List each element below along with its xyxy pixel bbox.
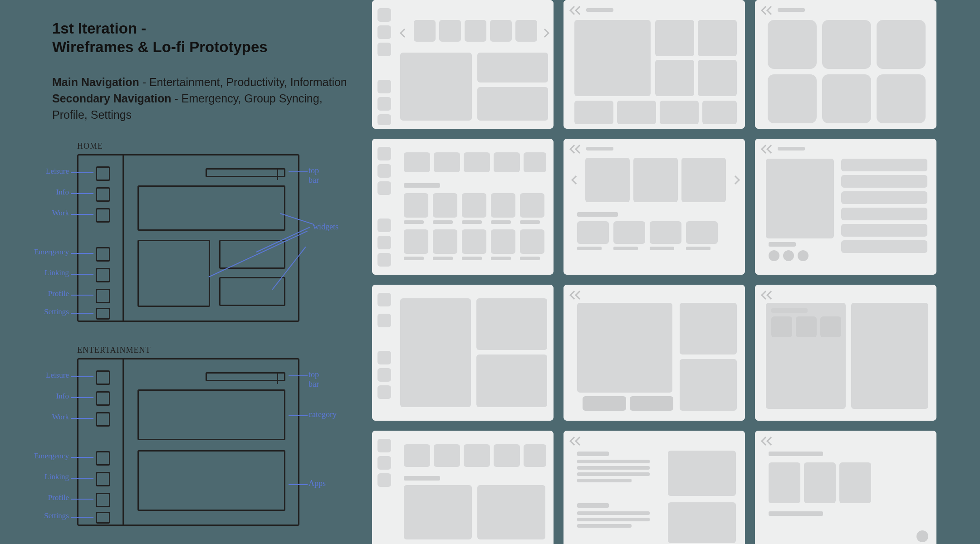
anno-topbar: top bar bbox=[309, 370, 319, 389]
anno-emergency: Emergency bbox=[24, 248, 69, 257]
heading-block: 1st Iteration - Wireframes & Lo-fi Proto… bbox=[52, 19, 361, 123]
sk-item-info bbox=[96, 187, 110, 202]
anno-work: Work bbox=[33, 209, 69, 218]
sketch-frame bbox=[77, 154, 299, 322]
sk-hero-widget bbox=[137, 185, 285, 231]
anno-settings: Settings bbox=[33, 511, 69, 520]
anno-info: Info bbox=[33, 188, 69, 197]
nav-description: Main Navigation - Entertainment, Product… bbox=[52, 74, 361, 123]
sk-topbar bbox=[206, 168, 285, 177]
sk-topbar bbox=[206, 372, 285, 381]
anno-emergency: Emergency bbox=[24, 452, 69, 461]
wf-grid-1 bbox=[564, 0, 745, 129]
sketch-frame bbox=[77, 358, 299, 526]
anno-profile: Profile bbox=[33, 289, 69, 298]
wf-dashboard bbox=[372, 285, 554, 421]
sk-item-work bbox=[96, 208, 110, 223]
sk-item-settings bbox=[96, 512, 110, 524]
anno-category: category bbox=[309, 410, 337, 419]
anno-work: Work bbox=[33, 413, 69, 422]
main-nav-items: - Entertainment, Productivity, Informati… bbox=[139, 76, 347, 88]
sketch-home: HOME Leisure Info Work Emergency Linking… bbox=[77, 154, 299, 322]
wf-carousel bbox=[564, 139, 745, 275]
wf-home-1 bbox=[372, 0, 554, 129]
wf-article bbox=[755, 285, 936, 421]
wf-gallery bbox=[755, 431, 936, 544]
wf-detail bbox=[755, 139, 936, 275]
anno-linking: Linking bbox=[33, 472, 69, 481]
secondary-nav-label: Secondary Navigation bbox=[52, 92, 172, 105]
main-nav-label: Main Navigation bbox=[52, 76, 139, 88]
sk-widget-small-b bbox=[219, 277, 285, 306]
sk-item-emergency bbox=[96, 451, 110, 466]
anno-leisure: Leisure bbox=[33, 371, 69, 380]
anno-info: Info bbox=[33, 392, 69, 401]
anno-linking: Linking bbox=[33, 268, 69, 277]
sk-item-profile bbox=[96, 493, 110, 507]
sk-apps bbox=[137, 450, 285, 511]
sketch-entertainment: ENTERTAINMENT Leisure Info Work Emergenc… bbox=[77, 358, 299, 526]
sk-item-linking bbox=[96, 268, 110, 282]
anno-apps: Apps bbox=[309, 479, 326, 488]
wf-player bbox=[564, 285, 745, 421]
sk-widget-big bbox=[137, 240, 210, 307]
wf-feed bbox=[564, 431, 745, 544]
wf-list bbox=[372, 431, 554, 544]
sketch-ent-label: ENTERTAINMENT bbox=[77, 345, 151, 355]
wireframe-grid bbox=[372, 0, 936, 544]
sketch-home-label: HOME bbox=[77, 141, 103, 151]
wf-tiles-1 bbox=[755, 0, 936, 129]
sk-item-leisure bbox=[96, 370, 110, 385]
anno-profile: Profile bbox=[33, 493, 69, 502]
sk-category bbox=[137, 389, 285, 440]
sk-item-leisure bbox=[96, 166, 110, 181]
anno-topbar: top bar bbox=[309, 166, 319, 185]
anno-widgets: widgets bbox=[313, 222, 338, 232]
title-line-2: Wireframes & Lo-fi Prototypes bbox=[52, 38, 361, 56]
sk-item-settings bbox=[96, 308, 110, 320]
title-line-1: 1st Iteration - bbox=[52, 19, 361, 38]
sk-widget-small-a bbox=[219, 240, 285, 269]
anno-leisure: Leisure bbox=[33, 167, 69, 176]
sk-item-profile bbox=[96, 289, 110, 303]
sk-item-info bbox=[96, 391, 110, 406]
sk-item-emergency bbox=[96, 247, 110, 262]
sk-item-work bbox=[96, 412, 110, 427]
sk-item-linking bbox=[96, 472, 110, 486]
wf-grid-2 bbox=[372, 139, 554, 275]
anno-settings: Settings bbox=[33, 307, 69, 316]
